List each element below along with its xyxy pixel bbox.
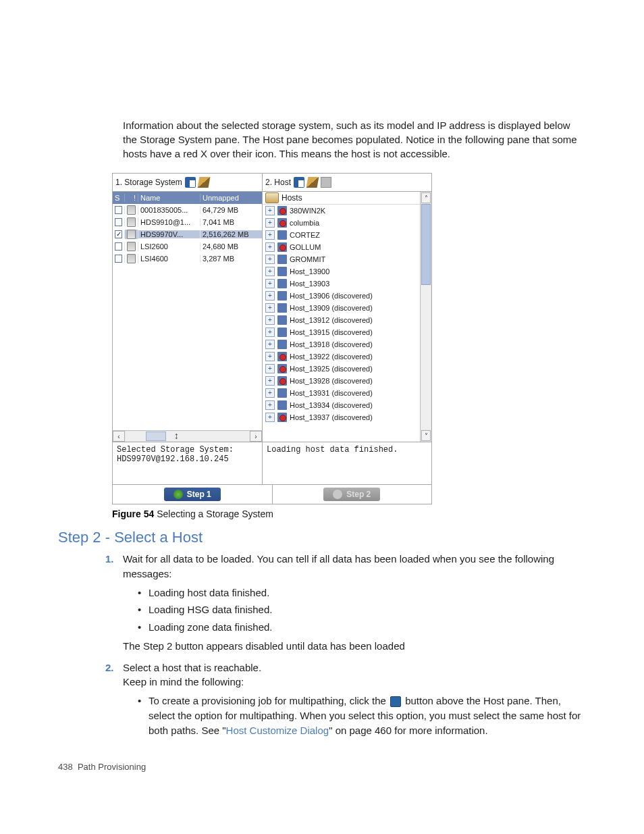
host-item[interactable]: +Host_13918 (discovered) (263, 338, 420, 350)
tree-expand-icon[interactable]: + (265, 364, 275, 373)
host-item[interactable]: +380WIN2K (263, 205, 420, 217)
storage-icon (185, 177, 196, 188)
tree-expand-icon[interactable]: + (265, 340, 275, 349)
pencil-icon[interactable] (197, 177, 210, 188)
host-label: Host_13922 (discovered) (290, 353, 373, 361)
selected-storage-info: Selected Storage System: HDS9970V@192.16… (113, 442, 263, 484)
hosts-root-label: Hosts (281, 193, 302, 203)
horizontal-scrollbar[interactable]: ‹ › (113, 430, 262, 442)
host-item[interactable]: +Host_13900 (263, 265, 420, 278)
pane-2-title: 2. Host (265, 178, 291, 187)
bullet-item: To create a provisioning job for multipa… (138, 694, 586, 737)
tree-expand-icon[interactable]: + (265, 328, 275, 337)
col-selected[interactable]: S (113, 194, 125, 202)
host-item[interactable]: +GOLLUM (263, 241, 420, 253)
storage-row[interactable]: HDS9970V...2,516,262 MB (113, 228, 262, 240)
bullet-item: Loading HSG data finished. (138, 602, 586, 617)
host-icon-inaccessible (277, 413, 287, 422)
host-label: Host_13934 (discovered) (290, 401, 373, 409)
col-unmapped[interactable]: Unmapped (200, 194, 262, 202)
storage-row[interactable]: HDS9910@1...7,041 MB (113, 216, 262, 228)
tree-expand-icon[interactable]: + (265, 255, 275, 264)
scroll-right-button[interactable]: › (250, 431, 262, 442)
grid-header-row: S ! Name Unmapped (113, 192, 262, 204)
tree-expand-icon[interactable]: + (265, 303, 275, 313)
vertical-scrollbar[interactable]: ˄ ˅ (420, 192, 431, 442)
scroll-thumb[interactable] (146, 432, 166, 441)
section-heading: Step 2 - Select a Host (58, 529, 586, 546)
host-item[interactable]: +Host_13909 (discovered) (263, 302, 420, 314)
tree-expand-icon[interactable]: + (265, 242, 275, 252)
host-item[interactable]: +Host_13922 (discovered) (263, 350, 420, 363)
host-icon-inaccessible (277, 242, 287, 252)
annotation-arrow (173, 431, 179, 442)
row-checkbox[interactable] (115, 255, 122, 263)
host-label: Host_13918 (discovered) (290, 340, 373, 348)
refresh-icon (173, 490, 183, 499)
col-name[interactable]: Name (138, 194, 200, 202)
row-checkbox[interactable] (115, 218, 122, 226)
storage-grid: 0001835005...64,729 MBHDS9910@1...7,041 … (113, 204, 262, 430)
tree-expand-icon[interactable]: + (265, 218, 275, 228)
disk-icon (127, 230, 136, 239)
storage-unmapped: 24,680 MB (200, 242, 262, 251)
host-label: 380WIN2K (290, 207, 325, 215)
tree-expand-icon[interactable]: + (265, 230, 275, 240)
tree-expand-icon[interactable]: + (265, 206, 275, 215)
storage-row[interactable]: LSI260024,680 MB (113, 240, 262, 253)
row-checkbox[interactable] (115, 242, 122, 251)
scroll-thumb[interactable] (421, 204, 431, 285)
tree-expand-icon[interactable]: + (265, 376, 275, 386)
tree-expand-icon[interactable]: + (265, 267, 275, 276)
host-label: Host_13912 (discovered) (290, 316, 373, 324)
host-status-info: Loading host data finished. (263, 442, 431, 484)
col-flag[interactable]: ! (125, 194, 138, 202)
storage-name: HDS9970V... (138, 230, 200, 238)
scroll-down-button[interactable]: ˅ (421, 430, 431, 441)
host-item[interactable]: +Host_13903 (263, 278, 420, 290)
host-item[interactable]: +columbia (263, 217, 420, 229)
bullet-item: Loading zone data finished. (138, 620, 586, 635)
tree-expand-icon[interactable]: + (265, 279, 275, 288)
storage-row[interactable]: LSI46003,287 MB (113, 253, 262, 265)
storage-unmapped: 64,729 MB (200, 206, 262, 214)
host-label: Host_13906 (discovered) (290, 292, 373, 300)
storage-row[interactable]: 0001835005...64,729 MB (113, 204, 262, 216)
intro-paragraph: Information about the selected storage s… (123, 118, 586, 161)
host-item[interactable]: +GROMMIT (263, 253, 420, 265)
scroll-up-button[interactable]: ˄ (421, 192, 431, 203)
scroll-track[interactable] (126, 432, 249, 441)
host-item[interactable]: +CORTEZ (263, 229, 420, 241)
tree-expand-icon[interactable]: + (265, 400, 275, 410)
step-2-button: Step 2 (323, 488, 380, 501)
tree-expand-icon[interactable]: + (265, 291, 275, 301)
tree-expand-icon[interactable]: + (265, 388, 275, 398)
host-customize-dialog-link[interactable]: Host Customize Dialog (226, 725, 329, 736)
page-footer: 438 Path Provisioning (58, 762, 586, 772)
scroll-left-button[interactable]: ‹ (113, 431, 125, 442)
host-item[interactable]: +Host_13906 (discovered) (263, 290, 420, 302)
pencil-icon[interactable] (306, 177, 319, 188)
scroll-track[interactable] (421, 204, 431, 429)
host-icon (277, 315, 287, 325)
host-item[interactable]: +Host_13931 (discovered) (263, 387, 420, 399)
host-icon (277, 400, 287, 410)
storage-name: 0001835005... (138, 206, 200, 214)
row-checkbox[interactable] (115, 230, 122, 238)
bullet-item: Loading host data finished. (138, 585, 586, 600)
host-item[interactable]: +Host_13915 (discovered) (263, 326, 420, 338)
host-icon (277, 291, 287, 301)
app-screenshot: 1. Storage System 2. Host S ! Name Unmap… (112, 173, 432, 504)
host-item[interactable]: +Host_13928 (discovered) (263, 375, 420, 387)
multipathing-icon[interactable] (321, 177, 331, 188)
host-item[interactable]: +Host_13925 (discovered) (263, 363, 420, 375)
host-item[interactable]: +Host_13912 (discovered) (263, 314, 420, 326)
host-item[interactable]: +Host_13937 (discovered) (263, 411, 420, 423)
tree-expand-icon[interactable]: + (265, 315, 275, 325)
tree-expand-icon[interactable]: + (265, 352, 275, 361)
storage-unmapped: 7,041 MB (200, 218, 262, 226)
row-checkbox[interactable] (115, 206, 122, 214)
tree-expand-icon[interactable]: + (265, 413, 275, 422)
step-1-button[interactable]: Step 1 (164, 488, 221, 501)
host-item[interactable]: +Host_13934 (discovered) (263, 399, 420, 411)
